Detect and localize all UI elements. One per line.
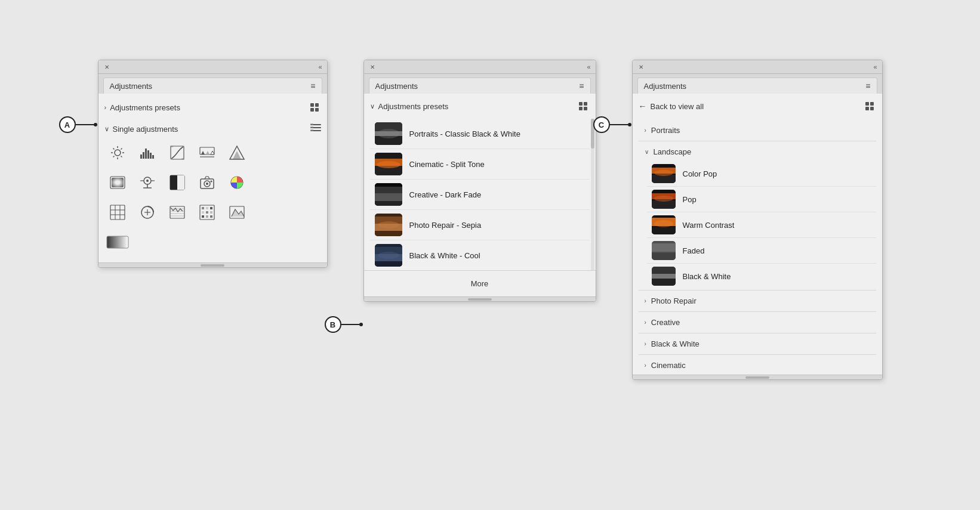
svg-rect-1 xyxy=(315,103,319,107)
svg-rect-23 xyxy=(150,153,152,159)
more-button[interactable]: More xyxy=(364,270,596,296)
tool-levels[interactable] xyxy=(194,140,220,166)
svg-rect-106 xyxy=(865,102,869,106)
svg-rect-46 xyxy=(177,175,184,190)
scrollbar-c[interactable] xyxy=(633,375,882,379)
tool-hsl[interactable] xyxy=(224,169,250,196)
adjustments-presets-toggle-b[interactable]: ∨ Adjustments presets xyxy=(370,102,449,111)
back-header: ← Back to view all xyxy=(639,100,876,113)
cat-bw[interactable]: › Black & White xyxy=(639,335,876,353)
scrollbar-thumb-b xyxy=(468,298,492,301)
close-button-c[interactable]: ✕ xyxy=(637,63,645,70)
tab-adjustments-b[interactable]: Adjustments ≡ xyxy=(369,78,591,94)
tool-shadow[interactable] xyxy=(224,140,250,166)
preset-item-warm-contrast[interactable]: Warm Contrast xyxy=(647,212,876,238)
cat-landscape[interactable]: ∨ Landscape xyxy=(639,143,876,161)
grid-view-btn-c[interactable] xyxy=(863,100,876,113)
preset-item-portraits-bw[interactable]: Portraits - Classic Black & White xyxy=(370,119,590,149)
preset-item-cinematic[interactable]: Cinematic - Split Tone xyxy=(370,149,590,180)
vignette-icon xyxy=(110,176,125,189)
svg-rect-8 xyxy=(310,126,313,128)
preset-name-bw-cool: Black & White - Cool xyxy=(409,251,480,260)
divider-1 xyxy=(639,141,876,141)
tool-mask[interactable] xyxy=(224,199,250,225)
panel-a: ✕ « Adjustments ≡ › Adjustments presets xyxy=(98,60,328,268)
tool-camera[interactable] xyxy=(194,169,220,196)
preset-name-bw-landscape: Black & White xyxy=(683,272,731,281)
annotation-c-dot xyxy=(628,123,631,126)
cat-creative[interactable]: › Creative xyxy=(639,313,876,332)
annotation-a-line xyxy=(76,124,94,125)
preset-thumb-creative-dark xyxy=(375,183,402,206)
scrollbar-b[interactable] xyxy=(364,296,596,301)
svg-rect-27 xyxy=(170,146,173,147)
tool-selective[interactable] xyxy=(134,199,161,225)
back-to-view-all-btn[interactable]: ← Back to view all xyxy=(639,101,704,111)
preset-item-bw-cool[interactable]: Black & White - Cool xyxy=(370,240,590,270)
menu-icon-c[interactable]: ≡ xyxy=(865,81,870,91)
tool-curves[interactable] xyxy=(164,140,190,166)
scrollbar-thumb-a xyxy=(201,264,224,267)
tool-texture[interactable] xyxy=(164,199,190,225)
tab-title-c: Adjustments xyxy=(644,82,687,91)
grid-view-btn-b[interactable] xyxy=(577,100,590,113)
grid-view-btn-a[interactable] xyxy=(308,101,321,114)
chevron-double-b[interactable]: « xyxy=(587,63,590,70)
close-button-a[interactable]: ✕ xyxy=(103,63,110,70)
mask-icon xyxy=(229,206,245,219)
chevron-double-a[interactable]: « xyxy=(318,63,322,70)
svg-rect-112 xyxy=(652,175,676,183)
svg-rect-24 xyxy=(152,155,154,159)
tool-grid[interactable] xyxy=(104,199,131,225)
menu-icon-a[interactable]: ≡ xyxy=(310,81,315,91)
preset-item-pop[interactable]: Pop xyxy=(647,187,876,212)
tool-light[interactable] xyxy=(104,140,131,166)
single-adjustments-label-a: Single adjustments xyxy=(113,125,178,134)
preset-item-photo-repair[interactable]: Photo Repair - Sepia xyxy=(370,210,590,240)
tool-blackwhite[interactable] xyxy=(164,169,190,196)
preset-item-creative-dark[interactable]: Creative - Dark Fade xyxy=(370,180,590,210)
single-adjustments-toggle-a[interactable]: ∨ Single adjustments xyxy=(104,125,178,134)
tool-vignette[interactable] xyxy=(104,169,131,196)
cat-portraits[interactable]: › Portraits xyxy=(639,121,876,140)
preset-item-faded[interactable]: Faded xyxy=(647,238,876,264)
scrollbar-a[interactable] xyxy=(98,262,327,267)
chevron-double-c[interactable]: « xyxy=(873,63,877,70)
svg-rect-70 xyxy=(206,211,208,214)
grid-icon-a xyxy=(310,103,319,112)
denoise-icon xyxy=(199,205,215,220)
panel-a-titlebar-left: ✕ xyxy=(103,63,110,70)
preset-name-faded: Faded xyxy=(683,246,705,255)
annotation-b-dot xyxy=(359,323,363,326)
tool-denoise[interactable] xyxy=(194,199,220,225)
svg-rect-37 xyxy=(112,178,124,187)
svg-rect-94 xyxy=(375,201,402,206)
preset-thumb-photo-repair xyxy=(375,214,402,236)
list-view-btn-a[interactable] xyxy=(310,123,321,135)
presets-chevron-b: ∨ xyxy=(370,103,375,110)
adjustments-presets-label-a: Adjustments presets xyxy=(110,103,180,112)
tab-adjustments-c[interactable]: Adjustments ≡ xyxy=(637,78,877,94)
menu-icon-b[interactable]: ≡ xyxy=(579,81,584,91)
svg-rect-80 xyxy=(584,107,587,110)
svg-rect-89 xyxy=(375,153,402,159)
cat-cinematic[interactable]: › Cinematic xyxy=(639,356,876,375)
tool-histogram[interactable] xyxy=(134,140,161,166)
cat-photo-repair[interactable]: › Photo Repair xyxy=(639,292,876,310)
preset-item-bw-landscape[interactable]: Black & White xyxy=(647,264,876,289)
close-button-b[interactable]: ✕ xyxy=(369,63,376,70)
tool-grid-a xyxy=(104,140,321,255)
svg-line-15 xyxy=(113,149,114,150)
tab-adjustments-a[interactable]: Adjustments ≡ xyxy=(103,78,322,94)
camera-icon xyxy=(199,175,215,190)
svg-rect-76 xyxy=(107,236,128,248)
preset-name-color-pop: Color Pop xyxy=(683,169,717,178)
adjustments-presets-toggle-a[interactable]: › Adjustments presets xyxy=(104,103,180,112)
svg-line-16 xyxy=(121,156,122,157)
svg-rect-68 xyxy=(210,207,212,209)
tool-gradient[interactable] xyxy=(104,229,131,255)
preset-name-warm-contrast: Warm Contrast xyxy=(683,221,735,230)
preset-item-color-pop[interactable]: Color Pop xyxy=(647,161,876,187)
tool-balance[interactable] xyxy=(134,169,161,196)
svg-rect-22 xyxy=(147,150,149,159)
